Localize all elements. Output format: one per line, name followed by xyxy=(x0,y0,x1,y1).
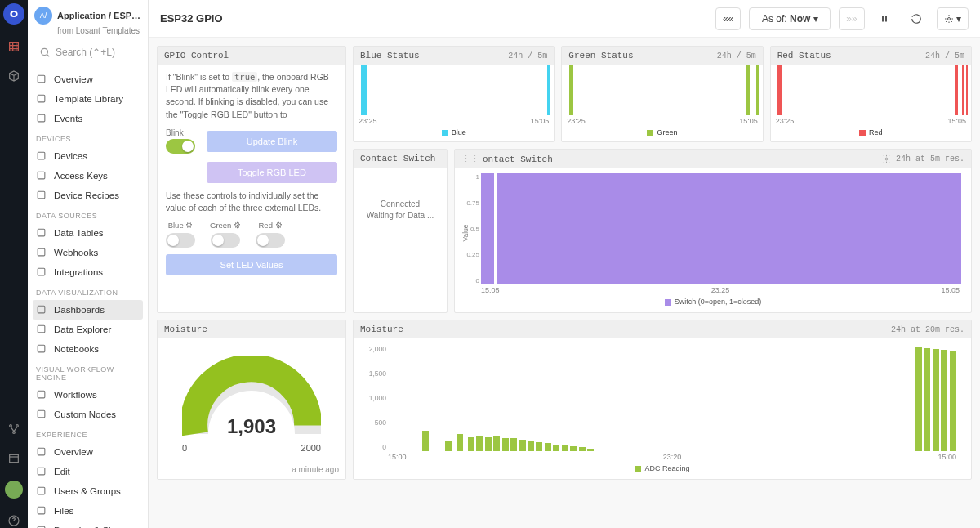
cube-icon[interactable] xyxy=(7,69,21,83)
pause-button[interactable] xyxy=(873,7,896,30)
led-label: Green ⚙ xyxy=(210,221,241,230)
sidebar-category: VISUAL WORKFLOW ENGINE xyxy=(28,359,148,385)
svg-rect-7 xyxy=(38,75,45,83)
svg-point-6 xyxy=(41,48,47,55)
sidebar-item-users-groups[interactable]: Users & Groups xyxy=(28,481,148,501)
led-toggle-blue[interactable] xyxy=(166,233,195,248)
timestamp: a minute ago xyxy=(158,460,345,479)
svg-rect-16 xyxy=(38,306,45,313)
led-label: Red ⚙ xyxy=(259,221,283,230)
legend-label: Red xyxy=(869,128,883,136)
nav-item-icon xyxy=(36,466,47,477)
sidebar-item-data-explorer[interactable]: Data Explorer xyxy=(28,320,148,339)
sidebar-item-notebooks[interactable]: Notebooks xyxy=(28,339,148,359)
asof-dropdown[interactable]: As of: Now ▾ xyxy=(749,7,831,30)
svg-point-2 xyxy=(16,425,19,427)
card-settings-icon[interactable] xyxy=(882,154,891,163)
moisture-gauge-card: Moisture 1,903 0 2000 xyxy=(157,320,346,480)
status-mini-card: Blue Status24h / 5m23:2515:05Blue xyxy=(353,46,555,142)
gpio-description: If "Blink" is set to true, the onboard R… xyxy=(166,71,337,121)
logo-icon[interactable] xyxy=(3,3,24,25)
toggle-rgb-button[interactable]: Toggle RGB LED xyxy=(207,162,337,183)
nav-item-icon xyxy=(36,190,47,201)
nav-item-icon xyxy=(36,170,47,181)
nav-item-icon xyxy=(36,304,47,315)
resolution-label: 24h at 20m res. xyxy=(891,325,964,334)
sidebar-category: DATA SOURCES xyxy=(28,205,148,223)
nav-item-icon xyxy=(36,247,47,258)
sidebar-item-events[interactable]: Events xyxy=(28,109,148,128)
nav-item-icon xyxy=(36,324,47,335)
sidebar-category: EXPERIENCE xyxy=(28,424,148,442)
svg-rect-11 xyxy=(38,172,45,179)
settings-button[interactable]: ▾ xyxy=(937,7,969,30)
svg-point-3 xyxy=(13,432,16,434)
time-next-button[interactable]: »» xyxy=(839,7,864,30)
blink-label: Blink xyxy=(166,128,195,137)
sidebar-item-webhooks[interactable]: Webhooks xyxy=(28,243,148,262)
svg-rect-20 xyxy=(38,410,45,418)
breadcrumb[interactable]: Application / ESP32 an… xyxy=(57,11,141,20)
led-toggle-green[interactable] xyxy=(211,233,240,248)
help-icon[interactable] xyxy=(7,513,21,528)
contact-status: ConnectedWaiting for Data ... xyxy=(354,168,447,312)
set-led-button[interactable]: Set LED Values xyxy=(166,254,337,275)
icon-rail xyxy=(0,0,28,528)
svg-rect-17 xyxy=(38,325,45,333)
gear-icon xyxy=(944,14,954,24)
update-blink-button[interactable]: Update Blink xyxy=(207,131,337,152)
sidebar-item-integrations[interactable]: Integrations xyxy=(28,262,148,282)
sidebar-item-domains-slugs[interactable]: Domains & Slugs xyxy=(28,521,148,528)
contact-switch-small: Contact Switch ConnectedWaiting for Data… xyxy=(353,149,448,313)
search-icon xyxy=(39,47,51,58)
svg-rect-22 xyxy=(38,468,45,475)
svg-rect-12 xyxy=(38,191,45,199)
sidebar-item-edit[interactable]: Edit xyxy=(28,462,148,481)
status-mini-card: Green Status24h / 5m23:2515:05Green xyxy=(561,46,763,142)
window-icon[interactable] xyxy=(7,451,21,466)
card-title: Moisture xyxy=(164,324,207,334)
sidebar-item-files[interactable]: Files xyxy=(28,501,148,521)
blink-toggle[interactable] xyxy=(166,139,195,154)
nav-item-icon xyxy=(36,93,47,105)
nav-item-icon xyxy=(36,343,47,355)
sidebar-item-overview[interactable]: Overview xyxy=(28,442,148,462)
contact-switch-chart: ⋮⋮ ontact Switch 24h at 5m res. Value xyxy=(454,149,972,313)
sidebar-item-dashboards[interactable]: Dashboards xyxy=(33,300,143,320)
moisture-bars-card: Moisture 24h at 20m res. 2,0001,5001,000… xyxy=(353,320,972,480)
svg-point-29 xyxy=(885,158,888,160)
grid-icon[interactable] xyxy=(7,39,21,54)
sidebar-item-workflows[interactable]: Workflows xyxy=(28,385,148,405)
nav-item-icon xyxy=(36,227,47,239)
sidebar-item-overview[interactable]: Overview xyxy=(28,69,148,89)
svg-rect-24 xyxy=(38,507,45,514)
refresh-button[interactable] xyxy=(904,7,929,30)
sidebar-item-data-tables[interactable]: Data Tables xyxy=(28,223,148,243)
gpio-control-card: GPIO Control If "Blink" is set to true, … xyxy=(157,46,346,313)
nav-item-icon xyxy=(36,485,47,497)
time-prev-button[interactable]: «« xyxy=(715,7,741,30)
gpio-desc2: Use these controls to individually set t… xyxy=(166,190,337,214)
led-label: Blue ⚙ xyxy=(168,221,194,230)
range-label: 24h / 5m xyxy=(925,51,964,60)
search-input[interactable]: Search (⌃+L) xyxy=(34,43,141,61)
mini-chart xyxy=(357,65,550,115)
sidebar-item-custom-nodes[interactable]: Custom Nodes xyxy=(28,405,148,424)
card-title: GPIO Control xyxy=(164,51,229,60)
card-title: Red Status xyxy=(777,51,831,60)
led-toggle-red[interactable] xyxy=(256,233,285,248)
asof-label: As of: xyxy=(762,13,787,25)
nodes-icon[interactable] xyxy=(7,422,21,436)
sidebar-category: DATA VISUALIZATION xyxy=(28,282,148,300)
svg-rect-13 xyxy=(38,229,45,236)
sidebar-item-access-keys[interactable]: Access Keys xyxy=(28,166,148,186)
user-avatar[interactable] xyxy=(5,481,23,499)
card-title: ontact Switch xyxy=(483,154,553,164)
sidebar-item-device-recipes[interactable]: Device Recipes xyxy=(28,186,148,205)
sidebar-item-template-library[interactable]: Template Library xyxy=(28,89,148,109)
sidebar-item-devices[interactable]: Devices xyxy=(28,146,148,166)
app-avatar: A/ xyxy=(34,7,52,25)
svg-rect-18 xyxy=(38,345,45,352)
nav-item-icon xyxy=(36,446,47,458)
drag-handle-icon[interactable]: ⋮⋮ xyxy=(461,154,479,164)
